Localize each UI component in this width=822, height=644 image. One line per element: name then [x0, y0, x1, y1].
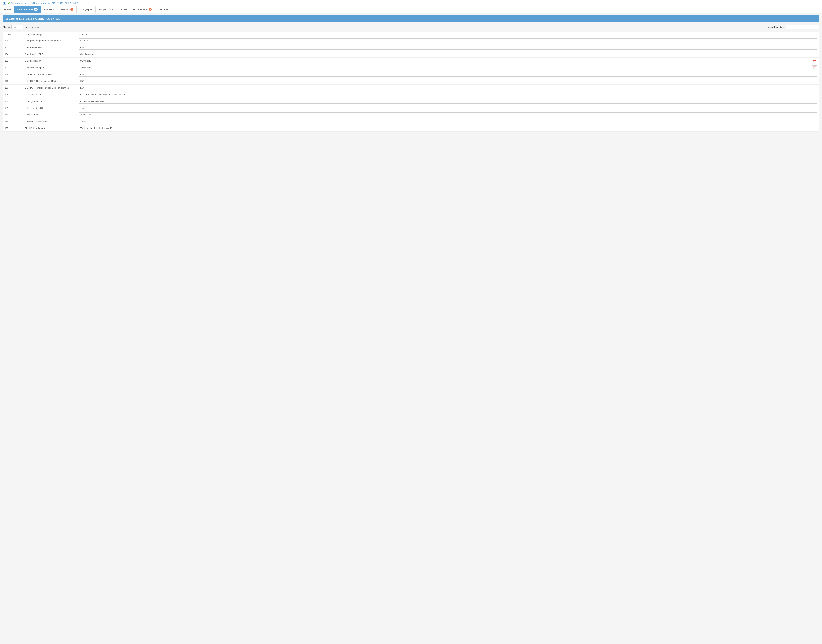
sort-val-icon: ⇅	[79, 33, 81, 36]
value-input[interactable]	[79, 112, 817, 117]
table-row: 150DCP-Type de DS	[3, 98, 819, 105]
tab-caracteristiques[interactable]: Caractéristiques 23	[14, 6, 41, 12]
cell-ref: 105	[3, 125, 23, 132]
value-input[interactable]	[79, 86, 817, 90]
dropdown-icon: ▾	[25, 2, 26, 5]
tab-processus[interactable]: Processus	[41, 6, 57, 12]
controls-right: Recherche globale	[766, 25, 819, 29]
table-row: 110Destinataires	[3, 112, 819, 118]
tab-bar: Général Caractéristiques 23 Processus Re…	[0, 6, 822, 13]
cell-ref: 149	[3, 91, 23, 98]
cell-caracteristique: DCP-DCP dites sensibles (O/N)	[23, 78, 77, 84]
composants-label: Composants	[11, 2, 24, 5]
cell-ref: 115	[3, 118, 23, 125]
breadcrumb-chevron: ›	[28, 2, 29, 4]
cell-ref: 109	[3, 37, 23, 44]
cell-valeur	[77, 51, 819, 58]
table-row: 115Durée de conservation	[3, 118, 819, 125]
table-header-row: ⇅ Ref ▲ Caractéristique ⇅ Valeur	[3, 32, 819, 37]
value-input[interactable]	[79, 79, 817, 83]
tab-cartographie-label: Cartographie	[80, 8, 92, 11]
cell-ref: 98	[3, 44, 23, 51]
cell-caracteristique: Date de mise à jour	[23, 64, 77, 71]
tab-historique-label: Historique	[158, 8, 168, 11]
top-navigation: 👤 🧩 Composants ▾ › Editer le composant "…	[0, 0, 822, 6]
value-input[interactable]	[79, 38, 817, 43]
table-row: 123DCP-DCP sensbiles au regard de la loi…	[3, 84, 819, 91]
puzzle-icon: 🧩	[8, 2, 10, 5]
table-row: 98Conformité (O/N)	[3, 44, 819, 51]
tab-outils[interactable]: Outils	[118, 6, 130, 12]
per-page-select[interactable]: 25 50 75 100	[11, 25, 23, 29]
tab-documentation[interactable]: Documentation 6	[130, 6, 155, 12]
cell-ref: 101	[3, 58, 23, 64]
value-input[interactable]	[79, 126, 817, 130]
cell-caracteristique: DCP-Type de DC	[23, 91, 77, 98]
cell-caracteristique: Date de création	[23, 58, 77, 64]
cell-caracteristique: DCP-Type de DSIL	[23, 105, 77, 112]
cell-valeur	[77, 71, 819, 78]
table-row: 108DCP-DCP Courantes (O/N)	[3, 71, 819, 78]
search-input[interactable]	[786, 25, 819, 29]
tab-caracteristiques-badge: 23	[34, 8, 38, 11]
tab-analyse-label: Analyse d'impact	[99, 8, 115, 11]
col-char-label: Caractéristique	[28, 33, 43, 36]
table-row: 104Coordonnées DPO	[3, 51, 819, 58]
tab-cartographie[interactable]: Cartographie	[77, 6, 95, 12]
cell-valeur	[77, 37, 819, 44]
date-field-wrapper: 📅	[79, 65, 817, 70]
controls-row: Afficher 25 50 75 100 lignes par page Re…	[3, 25, 819, 29]
cell-ref: 151	[3, 105, 23, 112]
col-header-ref[interactable]: ⇅ Ref	[3, 32, 23, 37]
tab-relations[interactable]: Relations 1	[57, 6, 77, 12]
lignes-label: lignes par page	[25, 26, 40, 28]
date-value-input[interactable]	[79, 65, 811, 70]
col-ref-label: Ref	[8, 33, 11, 36]
cell-caracteristique: Coordonnées DPO	[23, 51, 77, 58]
tab-processus-label: Processus	[44, 8, 54, 11]
col-header-valeur[interactable]: ⇅ Valeur	[77, 32, 819, 37]
value-input[interactable]	[79, 52, 817, 57]
page-title: Editer le composant "GESTION DE LA PAIE"	[31, 2, 78, 5]
tab-historique[interactable]: Historique	[155, 6, 171, 12]
tab-outils-label: Outils	[121, 8, 127, 11]
table-row: 101Date de création📅	[3, 58, 819, 64]
cell-valeur	[77, 44, 819, 51]
tab-analyse[interactable]: Analyse d'impact	[96, 6, 118, 12]
tab-documentation-label: Documentation	[133, 8, 148, 11]
section-header: Caractéristiques reliées à "GESTION DE L…	[3, 15, 819, 22]
cell-ref: 122	[3, 64, 23, 71]
cell-caracteristique: Conformité (O/N)	[23, 44, 77, 51]
value-input[interactable]	[79, 92, 817, 97]
tab-general-label: Général	[3, 8, 11, 11]
cell-valeur	[77, 78, 819, 84]
cell-valeur	[77, 91, 819, 98]
data-table: ⇅ Ref ▲ Caractéristique ⇅ Valeur 109Caté…	[3, 32, 819, 132]
calendar-icon[interactable]: 📅	[812, 59, 817, 63]
date-value-input[interactable]	[79, 58, 811, 63]
calendar-icon[interactable]: 📅	[812, 66, 817, 70]
tab-caracteristiques-label: Caractéristiques	[17, 8, 33, 11]
cell-valeur	[77, 112, 819, 118]
cell-valeur	[77, 118, 819, 125]
col-val-label: Valeur	[82, 33, 88, 36]
controls-left: Afficher 25 50 75 100 lignes par page	[3, 25, 40, 29]
table-row: 149DCP-Type de DC	[3, 91, 819, 98]
cell-ref: 104	[3, 51, 23, 58]
value-input[interactable]	[79, 45, 817, 50]
value-input[interactable]	[79, 119, 817, 124]
cell-caracteristique: DCP-DCP sensbiles au regard de la loi (O…	[23, 84, 77, 91]
value-input[interactable]	[79, 106, 817, 110]
col-header-caracteristique[interactable]: ▲ Caractéristique	[23, 32, 77, 37]
cell-ref: 150	[3, 98, 23, 105]
recherche-label: Recherche globale	[766, 26, 784, 28]
value-input[interactable]	[79, 72, 817, 77]
cell-caracteristique: Finalité du traitement	[23, 125, 77, 132]
tab-general[interactable]: Général	[0, 6, 14, 12]
table-row: 122Date de mise à jour📅	[3, 64, 819, 71]
cell-caracteristique: Destinataires	[23, 112, 77, 118]
cell-valeur	[77, 98, 819, 105]
cell-caracteristique: DCP-Type de DS	[23, 98, 77, 105]
composants-nav[interactable]: 🧩 Composants ▾	[8, 2, 26, 5]
value-input[interactable]	[79, 99, 817, 104]
